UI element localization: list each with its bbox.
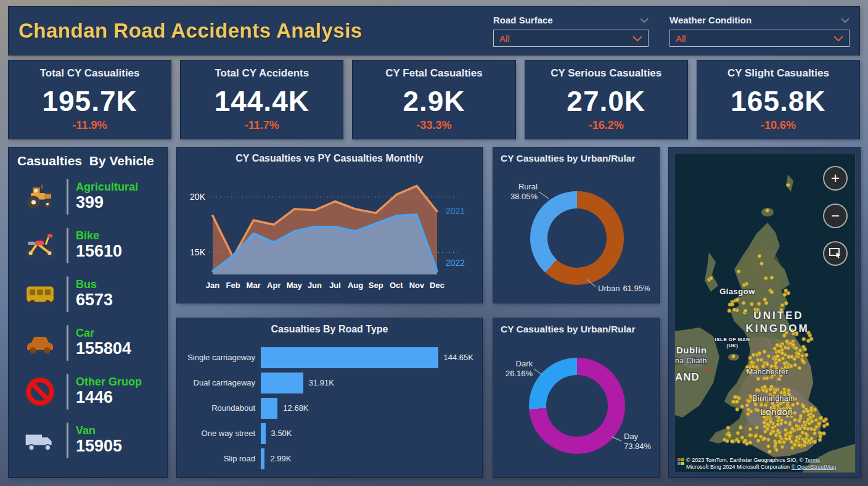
svg-text:Aug: Aug (348, 281, 363, 290)
kpi-title: Total CY Casualities (9, 67, 171, 80)
kpi-title: CY Slight Casualties (697, 67, 859, 80)
svg-text:2022: 2022 (446, 258, 465, 268)
svg-text:20K: 20K (190, 192, 206, 202)
svg-text:ISLE OF MAN: ISLE OF MAN (714, 337, 750, 342)
svg-text:Jan: Jan (206, 281, 219, 290)
day-dark-donut[interactable] (529, 358, 625, 454)
bar-category-label: One way street (183, 429, 261, 438)
kpi-value: 165.8K (697, 87, 859, 115)
kpi-card-total-accidents[interactable]: Total CY Accidents 144.4K -11.7% (180, 60, 343, 139)
kpi-delta: -11.9% (9, 119, 171, 132)
bar[interactable] (261, 398, 277, 419)
svg-text:2021: 2021 (446, 206, 465, 216)
divider (67, 276, 68, 312)
svg-text:Feb: Feb (226, 281, 240, 290)
vehicle-row-car[interactable]: Car 155804 (9, 318, 167, 367)
vehicle-row-bus[interactable]: Bus 6573 (9, 270, 167, 318)
vehicle-row-other[interactable]: Other Gruop 1446 (9, 367, 167, 416)
map-zoom-in-button[interactable]: + (823, 166, 848, 191)
kpi-title: Total CY Accidents (181, 67, 343, 80)
svg-text:Glasgow: Glasgow (719, 287, 755, 296)
vehicle-row-agricultural[interactable]: Agricultural 399 (9, 172, 167, 221)
chevron-down-icon[interactable] (640, 18, 649, 23)
bar-value-label: 2.99K (270, 454, 291, 463)
bar-category-label: Single carriageway (183, 353, 261, 362)
panel-title: Casualties By Vehicle (9, 154, 167, 168)
area-chart-plot[interactable]: 15K20KJanFebMarAprMayJunJulAugSepOctNovD… (182, 168, 478, 300)
kpi-value: 144.4K (181, 87, 343, 115)
kpi-card-serious-casualties[interactable]: CY Serious Casualties 27.0K -16.2% (525, 60, 688, 139)
svg-text:Jul: Jul (329, 281, 341, 290)
svg-text:Oct: Oct (390, 281, 403, 290)
kpi-value: 2.9K (353, 87, 515, 115)
kpi-title: CY Serious Casualties (525, 67, 687, 80)
kpi-title: CY Fetal Casualties (353, 67, 515, 80)
svg-text:Apr: Apr (267, 281, 280, 290)
urban-rural-donut-panel[interactable]: CY Casualties by Urban/Rular Rural 38.05… (493, 147, 660, 303)
divider (67, 325, 68, 361)
chevron-down-icon[interactable] (633, 33, 642, 44)
page-title: Chandan Road Accidents Analysis (9, 19, 493, 43)
svg-text:London: London (760, 406, 793, 417)
vehicle-label: Other Gruop (76, 376, 142, 389)
openstreetmap-link[interactable]: © OpenStreetMap (792, 464, 837, 470)
map-terms-link[interactable]: Terms (805, 457, 821, 463)
monthly-casualties-chart[interactable]: CY Casualties vs PY Casualties Monthly 1… (176, 147, 483, 303)
motorbike-icon (20, 231, 60, 260)
vehicle-value: 155804 (76, 340, 131, 358)
kpi-card-fatal-casualties[interactable]: CY Fetal Casualties 2.9K -33.3% (352, 60, 515, 139)
casualties-by-vehicle-panel: Casualties By Vehicle Agricultural 399 (8, 147, 168, 478)
vehicle-label: Van (76, 424, 122, 437)
tractor-icon (20, 182, 60, 212)
svg-text:Dublin: Dublin (676, 345, 707, 355)
bar-row-roundabout[interactable]: Roundabout12.68K (183, 395, 473, 421)
bar[interactable] (261, 423, 266, 444)
road-surface-dropdown[interactable]: All (493, 30, 649, 47)
vehicle-row-bike[interactable]: Bike 15610 (9, 221, 167, 270)
divider (67, 374, 68, 410)
slice-label-day: Day 73.84% (624, 432, 651, 452)
bar[interactable] (261, 347, 438, 368)
vehicle-label: Agricultural (76, 181, 138, 194)
kpi-card-total-casualties[interactable]: Total CY Casualities 195.7K -11.9% (8, 60, 171, 139)
svg-text:Jun: Jun (308, 281, 322, 290)
kpi-card-slight-casualties[interactable]: CY Slight Casualties 165.8K -10.6% (697, 60, 860, 139)
svg-text:AND: AND (675, 371, 700, 383)
chevron-down-icon[interactable] (833, 33, 843, 44)
chevron-down-icon[interactable] (841, 18, 850, 23)
kpi-delta: -11.7% (181, 119, 343, 132)
map-box-select-button[interactable] (823, 241, 848, 266)
vehicle-value: 399 (76, 194, 138, 212)
bar-row-one-way-street[interactable]: One way street3.50K (183, 421, 473, 446)
bar-row-single-carriageway[interactable]: Single carriageway144.65K (183, 345, 473, 370)
bar[interactable] (261, 448, 264, 469)
svg-text:(UK): (UK) (727, 343, 739, 348)
map-zoom-out-button[interactable]: − (823, 204, 848, 228)
svg-text:Manchester: Manchester (747, 368, 788, 376)
road-type-bar-chart[interactable]: Casualties By Road Type Single carriagew… (176, 318, 483, 478)
vehicle-value: 15610 (76, 242, 122, 261)
kpi-delta: -16.2% (525, 119, 687, 132)
vehicle-row-van[interactable]: Van 15905 (9, 416, 167, 464)
uk-accidents-map[interactable]: GlasgowUNITEDKINGDOMISLE OF MAN(UK)Dubli… (674, 153, 856, 473)
urban-rural-donut[interactable] (530, 191, 624, 285)
weather-condition-label: Weather Condition (669, 15, 751, 25)
weather-condition-dropdown[interactable]: All (669, 30, 850, 47)
bar[interactable] (261, 373, 303, 393)
bar-value-label: 12.68K (283, 403, 308, 413)
bar-category-label: Slip road (183, 454, 261, 463)
svg-text:UNITED: UNITED (753, 310, 803, 321)
weather-condition-slicer: Weather Condition All (669, 15, 850, 47)
map-attribution: © 2023 TomTom, Earthstar Geographics SIO… (678, 457, 854, 471)
chart-title: CY Casualties by Urban/Rular (493, 147, 659, 164)
bar-row-dual-carriageway[interactable]: Dual carriageway31.91K (183, 370, 473, 395)
kpi-delta: -33.3% (353, 119, 515, 132)
bar-chart-plot[interactable]: Single carriageway144.65KDual carriagewa… (177, 345, 482, 471)
svg-text:15K: 15K (190, 247, 206, 257)
slice-label-dark: Dark 26.16% (499, 359, 533, 379)
kpi-row: Total CY Casualities 195.7K -11.9% Total… (8, 60, 860, 139)
svg-text:Mar: Mar (247, 281, 261, 290)
bar-row-slip-road[interactable]: Slip road2.99K (183, 446, 473, 471)
day-dark-donut-panel[interactable]: CY Casualties by Urban/Rular Dark 26.16%… (493, 318, 660, 478)
microsoft-logo (678, 458, 684, 465)
